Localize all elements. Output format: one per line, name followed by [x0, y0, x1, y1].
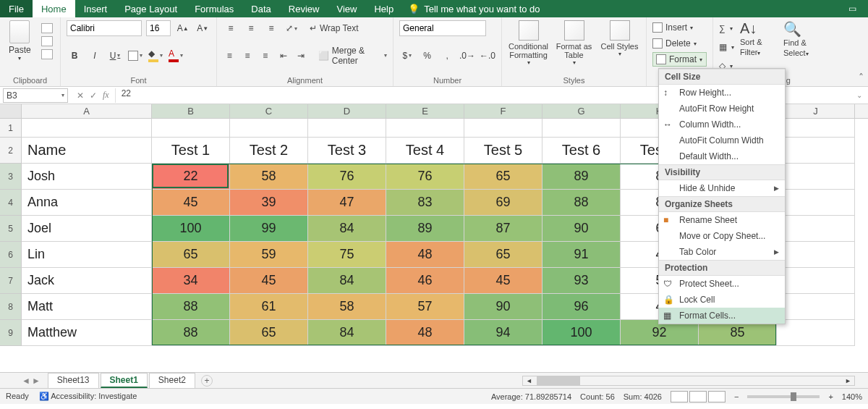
underline-button[interactable]: U: [107, 48, 123, 64]
cell-E9[interactable]: 48: [386, 320, 464, 346]
page-break-view-icon[interactable]: [708, 391, 726, 402]
expand-formula-bar-icon[interactable]: ⌄: [851, 91, 868, 99]
cell-G4[interactable]: 88: [542, 190, 621, 216]
cell-J5[interactable]: [777, 216, 855, 242]
add-sheet-button[interactable]: +: [201, 375, 213, 387]
tab-review[interactable]: Review: [280, 0, 328, 17]
cell-E6[interactable]: 48: [386, 242, 464, 268]
fx-icon[interactable]: fx: [103, 90, 109, 101]
cell-D7[interactable]: 84: [308, 268, 386, 294]
fm-lock-cell[interactable]: 🔒Lock Cell: [659, 292, 785, 308]
cell-G6[interactable]: 91: [542, 242, 621, 268]
cell-B6[interactable]: 65: [152, 242, 230, 268]
borders-button[interactable]: [127, 48, 143, 64]
delete-cells-button[interactable]: Delete▾: [652, 36, 707, 51]
tab-file[interactable]: File: [0, 0, 33, 17]
cell-A4[interactable]: Anna: [22, 190, 152, 216]
cell-E5[interactable]: 89: [386, 216, 464, 242]
cell-J8[interactable]: [777, 294, 855, 320]
autosum-button[interactable]: ∑ ▾: [719, 20, 734, 36]
cell-B2[interactable]: Test 1: [152, 138, 230, 164]
decrease-font-icon[interactable]: A▼: [195, 20, 211, 36]
sheet-tab-sheet13[interactable]: Sheet13: [48, 373, 99, 388]
cell-C9[interactable]: 65: [230, 320, 308, 346]
column-header-J[interactable]: J: [777, 104, 855, 118]
fm-hide-unhide[interactable]: Hide & Unhide▶: [659, 180, 785, 196]
column-header-E[interactable]: E: [386, 104, 464, 118]
cell-C5[interactable]: 99: [230, 216, 308, 242]
sheet-tab-sheet1[interactable]: Sheet1: [101, 373, 148, 388]
cell-E2[interactable]: Test 4: [386, 138, 464, 164]
cell-J7[interactable]: [777, 268, 855, 294]
number-format-select[interactable]: [399, 20, 486, 36]
tab-data[interactable]: Data: [242, 0, 279, 17]
column-header-B[interactable]: B: [152, 104, 230, 118]
cut-icon[interactable]: [41, 23, 53, 33]
fm-autofit-row[interactable]: AutoFit Row Height: [659, 101, 785, 117]
fill-color-button[interactable]: ◆: [148, 48, 163, 64]
cell-E4[interactable]: 83: [386, 190, 464, 216]
cell-F1[interactable]: [464, 119, 542, 138]
accounting-format-icon[interactable]: $: [399, 48, 415, 64]
cell-F2[interactable]: Test 5: [464, 138, 542, 164]
fill-button[interactable]: ▦ ▾: [719, 39, 734, 55]
column-header-D[interactable]: D: [308, 104, 386, 118]
cell-C4[interactable]: 39: [230, 190, 308, 216]
cell-B9[interactable]: 88: [152, 320, 230, 346]
cell-C2[interactable]: Test 2: [230, 138, 308, 164]
ribbon-display-options-icon[interactable]: ▭: [836, 0, 868, 17]
orientation-icon[interactable]: ⤢: [284, 20, 299, 36]
fm-format-cells[interactable]: ▦Format Cells...: [659, 308, 785, 324]
align-top-icon[interactable]: ≡: [223, 20, 239, 36]
cell-J4[interactable]: [777, 190, 855, 216]
merge-center-button[interactable]: ⬜Merge & Center: [318, 46, 387, 66]
sheet-nav-next-icon[interactable]: ►: [32, 376, 41, 386]
normal-view-icon[interactable]: [671, 391, 688, 402]
cell-F7[interactable]: 45: [464, 268, 542, 294]
format-cells-button[interactable]: Format▾: [652, 52, 707, 67]
cell-B3[interactable]: 22: [152, 164, 230, 190]
conditional-formatting-button[interactable]: Conditional Formatting▾: [508, 20, 549, 66]
select-all-corner[interactable]: [0, 104, 22, 118]
column-header-F[interactable]: F: [464, 104, 542, 118]
cell-D1[interactable]: [308, 119, 386, 138]
cell-G5[interactable]: 90: [542, 216, 621, 242]
cell-F8[interactable]: 90: [464, 294, 542, 320]
cell-F3[interactable]: 65: [464, 164, 542, 190]
tab-insert[interactable]: Insert: [75, 0, 116, 17]
cell-A3[interactable]: Josh: [22, 164, 152, 190]
cell-B4[interactable]: 45: [152, 190, 230, 216]
cell-B1[interactable]: [152, 119, 230, 138]
row-header-6[interactable]: 6: [0, 242, 22, 268]
cell-G3[interactable]: 89: [542, 164, 621, 190]
sort-filter-button[interactable]: A↓Sort & Filter▾: [740, 20, 778, 74]
cell-A7[interactable]: Jack: [22, 268, 152, 294]
cell-D6[interactable]: 75: [308, 242, 386, 268]
wrap-text-button[interactable]: ↵Wrap Text: [310, 23, 359, 33]
cell-D2[interactable]: Test 3: [308, 138, 386, 164]
align-middle-icon[interactable]: ≡: [243, 20, 259, 36]
cell-J1[interactable]: [777, 119, 855, 138]
zoom-in-icon[interactable]: +: [828, 392, 833, 401]
insert-cells-button[interactable]: Insert▾: [652, 20, 707, 35]
fm-rename-sheet[interactable]: ■Rename Sheet: [659, 212, 785, 228]
cell-G2[interactable]: Test 6: [542, 138, 621, 164]
fm-column-width[interactable]: ↔Column Width...: [659, 117, 785, 132]
cell-A5[interactable]: Joel: [22, 216, 152, 242]
zoom-thumb[interactable]: [791, 392, 796, 401]
cell-J2[interactable]: [777, 138, 855, 164]
fm-autofit-column[interactable]: AutoFit Column Width: [659, 132, 785, 148]
decrease-indent-icon[interactable]: ⇤: [276, 48, 290, 64]
cell-C3[interactable]: 58: [230, 164, 308, 190]
row-header-3[interactable]: 3: [0, 164, 22, 190]
cell-J3[interactable]: [777, 164, 855, 190]
enter-formula-icon[interactable]: ✓: [90, 90, 97, 101]
zoom-level[interactable]: 140%: [842, 392, 862, 401]
cell-C6[interactable]: 59: [230, 242, 308, 268]
decrease-decimal-icon[interactable]: ←.0: [480, 48, 495, 64]
align-bottom-icon[interactable]: ≡: [263, 20, 279, 36]
cell-D9[interactable]: 84: [308, 320, 386, 346]
row-header-1[interactable]: 1: [0, 119, 22, 138]
bold-button[interactable]: B: [67, 48, 82, 64]
cell-C8[interactable]: 61: [230, 294, 308, 320]
